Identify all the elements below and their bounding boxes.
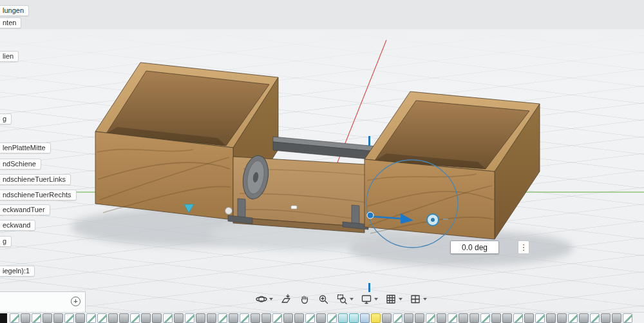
right-box-interior[interactable] bbox=[375, 101, 529, 169]
timeline-feature-icon[interactable] bbox=[546, 313, 556, 323]
timeline-feature-icon[interactable] bbox=[623, 313, 632, 323]
nav-look-at-button[interactable] bbox=[278, 292, 294, 306]
right-box-front-face[interactable] bbox=[365, 159, 495, 239]
dropdown-caret-icon[interactable] bbox=[423, 298, 427, 300]
timeline-feature-icon[interactable] bbox=[64, 313, 74, 323]
timeline-feature-icon[interactable] bbox=[557, 313, 567, 323]
timeline-feature-icon[interactable] bbox=[218, 313, 227, 323]
left-box-rim[interactable] bbox=[95, 63, 278, 148]
timeline-feature-icon[interactable] bbox=[371, 313, 381, 323]
dropdown-caret-icon[interactable] bbox=[399, 298, 402, 300]
timeline-feature-icon[interactable] bbox=[579, 313, 589, 323]
timeline-feature-icon[interactable] bbox=[327, 313, 337, 323]
browser-tree-label[interactable]: ndschieneTuerLinks bbox=[0, 174, 71, 185]
base-plate-top[interactable] bbox=[233, 157, 410, 227]
timeline-feature-icon[interactable] bbox=[141, 313, 151, 323]
nav-pan-button[interactable] bbox=[297, 292, 312, 306]
nav-zoom-button[interactable] bbox=[316, 292, 331, 306]
timeline-feature-icon[interactable] bbox=[261, 313, 271, 323]
move-arrow-shaft[interactable] bbox=[374, 217, 401, 219]
browser-tree-label[interactable]: g bbox=[0, 236, 12, 247]
timeline-feature-icon[interactable] bbox=[448, 313, 457, 323]
timeline-feature-icon[interactable] bbox=[294, 313, 304, 323]
browser-tree-label[interactable]: ndschieneTuerRechts bbox=[0, 190, 77, 201]
timeline-feature-icon[interactable] bbox=[601, 313, 611, 323]
model-left-box[interactable] bbox=[95, 63, 278, 220]
timeline-feature-icon[interactable] bbox=[437, 313, 446, 323]
model-wheel[interactable] bbox=[240, 153, 271, 201]
rotate-manipulator[interactable] bbox=[184, 136, 458, 292]
timeline-feature-icon[interactable] bbox=[21, 313, 30, 323]
timeline-feature-icon[interactable] bbox=[152, 313, 162, 323]
manipulator-origin-dot[interactable] bbox=[367, 212, 374, 219]
timeline-feature-icon[interactable] bbox=[612, 313, 621, 323]
timeline-feature-icon[interactable] bbox=[469, 313, 479, 323]
timeline-feature-icon[interactable] bbox=[119, 313, 129, 323]
left-box-interior[interactable] bbox=[106, 71, 269, 146]
timeline-feature-icon[interactable] bbox=[10, 313, 19, 323]
nav-orbit-button[interactable] bbox=[254, 292, 275, 306]
timeline-feature-icon[interactable] bbox=[97, 313, 107, 323]
model-back-rail[interactable] bbox=[273, 137, 411, 163]
timeline-feature-icon[interactable] bbox=[207, 313, 216, 323]
dropdown-caret-icon[interactable] bbox=[374, 298, 378, 300]
timeline-feature-icon[interactable] bbox=[174, 313, 184, 323]
timeline-feature-icon[interactable] bbox=[491, 313, 501, 323]
timeline-feature-icon[interactable] bbox=[426, 313, 435, 323]
move-arrow-head[interactable] bbox=[401, 213, 413, 224]
browser-tree-label[interactable]: lenPlatteMitte bbox=[0, 142, 51, 153]
timeline-feature-icon[interactable] bbox=[349, 313, 359, 323]
model-base-plate[interactable] bbox=[233, 157, 410, 233]
timeline-feature-icon[interactable] bbox=[32, 313, 41, 323]
model-bracket-right[interactable] bbox=[343, 205, 368, 230]
timeline-feature-icon[interactable] bbox=[185, 313, 194, 323]
browser-tree-label[interactable]: lien bbox=[0, 51, 19, 62]
timeline-feature-icon[interactable] bbox=[316, 313, 326, 323]
top-handle-tick[interactable] bbox=[368, 136, 370, 146]
timeline-feature-icon[interactable] bbox=[305, 313, 315, 323]
nav-display-settings-button[interactable] bbox=[359, 292, 380, 306]
snap-point-handle[interactable] bbox=[225, 208, 232, 215]
browser-tree-label[interactable]: eckwandTuer bbox=[0, 204, 50, 215]
base-plate-edge[interactable] bbox=[233, 217, 365, 233]
timeline-feature-icon[interactable] bbox=[53, 313, 63, 323]
timeline-feature-icon[interactable] bbox=[502, 313, 512, 323]
left-box-end-face[interactable] bbox=[233, 77, 278, 220]
rotation-ring[interactable] bbox=[366, 160, 458, 248]
flip-direction-handle[interactable] bbox=[184, 204, 194, 213]
timeline-feature-icon[interactable] bbox=[590, 313, 600, 323]
timeline-feature-icon[interactable] bbox=[382, 313, 392, 323]
bottom-handle-tick[interactable] bbox=[368, 283, 370, 292]
angle-options-button[interactable]: ⋮ bbox=[518, 240, 529, 254]
timeline-feature-icon[interactable] bbox=[480, 313, 490, 323]
timeline-feature-icon[interactable] bbox=[251, 313, 260, 323]
model-viewport[interactable] bbox=[0, 0, 644, 312]
browser-tree-label[interactable]: g bbox=[0, 113, 12, 124]
nav-fit-button[interactable] bbox=[334, 292, 355, 306]
nav-grid-snaps-button[interactable] bbox=[383, 292, 404, 306]
browser-tree-label[interactable]: ndSchiene bbox=[0, 159, 41, 170]
timeline-feature-icon[interactable] bbox=[513, 313, 523, 323]
timeline-feature-icon[interactable] bbox=[75, 313, 85, 323]
nav-viewports-button[interactable] bbox=[408, 292, 429, 306]
right-box-rim[interactable] bbox=[365, 92, 540, 171]
timeline-feature-icon[interactable] bbox=[229, 313, 238, 323]
dropdown-caret-icon[interactable] bbox=[269, 298, 273, 300]
timeline-feature-icon[interactable] bbox=[86, 313, 96, 323]
browser-tree-label[interactable]: eckwand bbox=[0, 220, 35, 231]
timeline-feature-icon[interactable] bbox=[163, 313, 173, 323]
timeline-feature-icon[interactable] bbox=[272, 313, 282, 323]
browser-tree-label[interactable]: iegeln):1 bbox=[0, 266, 35, 277]
timeline-feature-icon[interactable] bbox=[338, 313, 348, 323]
browser-tree-label[interactable]: lungen bbox=[0, 5, 29, 16]
timeline-feature-icon[interactable] bbox=[283, 313, 293, 323]
timeline-feature-icon[interactable] bbox=[459, 313, 468, 323]
left-box-front-face[interactable] bbox=[95, 132, 233, 220]
add-button[interactable]: + bbox=[71, 297, 80, 306]
timeline-feature-icon[interactable] bbox=[196, 313, 205, 323]
dropdown-caret-icon[interactable] bbox=[350, 298, 354, 300]
timeline-feature-icon[interactable] bbox=[535, 313, 545, 323]
plate-marker[interactable] bbox=[291, 206, 297, 209]
timeline-feature-icon[interactable] bbox=[524, 313, 534, 323]
angle-input[interactable]: 0.0 deg bbox=[450, 240, 499, 254]
